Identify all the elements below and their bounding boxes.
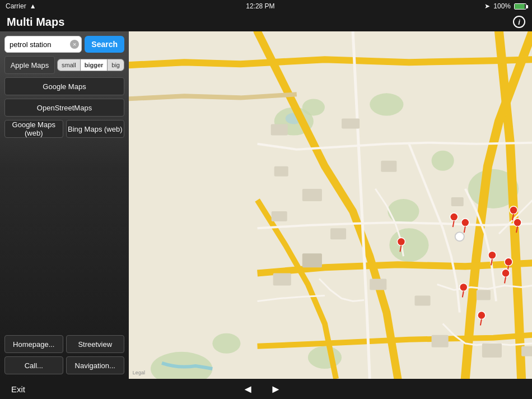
svg-rect-29 [477,290,491,300]
svg-point-48 [502,269,510,277]
svg-point-46 [505,258,512,266]
bottom-bar: Exit ◄ ► [0,379,532,399]
prev-button[interactable]: ◄ [242,383,254,396]
title-bar: Multi Maps i [0,12,532,31]
action-row-2: Call... Navigation... [4,356,124,374]
size-big-button[interactable]: big [108,59,124,71]
svg-rect-18 [370,279,386,290]
status-right: ➤ 100% [484,2,526,10]
page-title: Multi Maps [7,16,64,29]
nav-arrows: ◄ ► [242,383,282,396]
map-svg: Legal [129,31,532,379]
sidebar-spacer [4,141,124,332]
sidebar: × Search Apple Maps small bigger big Goo… [0,31,129,379]
svg-point-40 [510,206,517,214]
call-button[interactable]: Call... [4,356,63,374]
wifi-icon: ▲ [30,2,36,10]
battery-label: 100% [493,2,511,10]
battery-icon [514,3,526,10]
svg-rect-16 [330,228,346,239]
openstreetmaps-button[interactable]: OpenStreetMaps [4,99,124,117]
svg-point-38 [397,238,405,245]
svg-rect-32 [342,119,360,129]
size-button-group: small bigger big [57,59,124,71]
svg-rect-21 [482,344,502,358]
svg-point-44 [488,251,496,259]
svg-point-52 [478,312,486,319]
svg-point-5 [388,199,419,224]
apple-maps-button[interactable]: Apple Maps [4,56,55,74]
main-layout: × Search Apple Maps small bigger big Goo… [0,31,532,379]
svg-point-42 [514,219,521,226]
navigation-button[interactable]: Navigation... [66,356,125,374]
next-button[interactable]: ► [270,383,282,396]
web-providers-row: Google Maps (web) Bing Maps (web) [4,120,124,138]
svg-rect-17 [302,253,322,267]
search-row: × Search [4,36,124,53]
svg-point-33 [450,213,458,221]
svg-point-2 [302,99,325,115]
svg-rect-20 [432,335,449,347]
svg-point-3 [370,93,403,115]
svg-point-10 [212,333,240,354]
google-maps-web-button[interactable]: Google Maps (web) [4,120,63,138]
bing-maps-web-button[interactable]: Bing Maps (web) [66,120,125,138]
svg-point-6 [389,228,428,262]
svg-rect-31 [381,161,396,172]
streetview-button[interactable]: Streetview [66,335,125,353]
svg-rect-14 [274,166,288,177]
svg-point-35 [461,219,469,226]
svg-rect-27 [272,211,287,221]
info-icon[interactable]: i [513,16,525,28]
size-bigger-button[interactable]: bigger [81,59,108,71]
google-maps-button[interactable]: Google Maps [4,77,124,95]
apple-maps-row: Apple Maps small bigger big [4,56,124,74]
status-time: 12:28 PM [246,2,274,10]
search-button[interactable]: Search [85,36,124,53]
homepage-button[interactable]: Homepage... [4,335,63,353]
location-icon: ➤ [484,2,490,10]
search-input-wrapper: × [4,36,82,53]
svg-rect-28 [273,273,291,285]
svg-point-37 [455,232,464,241]
status-bar: Carrier ▲ 12:28 PM ➤ 100% [0,0,532,12]
svg-point-7 [432,151,454,171]
svg-point-11 [308,346,342,369]
action-row-1: Homepage... Streetview [4,335,124,353]
svg-rect-22 [521,346,532,356]
carrier-label: Carrier [6,2,26,10]
svg-text:Legal: Legal [133,370,145,375]
svg-rect-19 [414,296,430,306]
status-left: Carrier ▲ [6,2,36,10]
size-small-button[interactable]: small [58,59,81,71]
map-area[interactable]: Legal [129,31,532,379]
svg-rect-13 [271,124,288,136]
exit-button[interactable]: Exit [11,384,25,394]
svg-rect-30 [451,197,464,206]
svg-point-50 [460,283,468,291]
svg-rect-15 [302,189,322,201]
